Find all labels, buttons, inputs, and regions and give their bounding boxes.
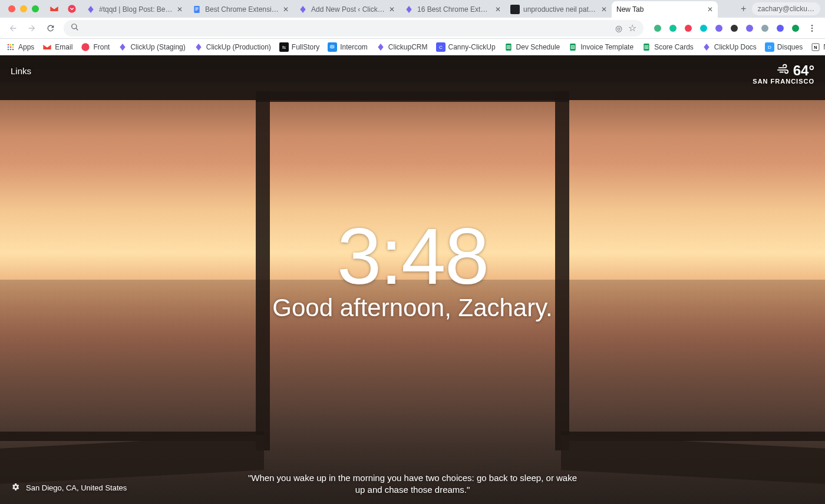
- tab-close-icon[interactable]: ✕: [495, 6, 501, 13]
- bookmark-item[interactable]: fsFullStory: [279, 42, 319, 52]
- svg-point-21: [12, 44, 14, 45]
- tab-favicon: [510, 5, 520, 14]
- tab[interactable]: Best Chrome Extensions for P…✕: [187, 1, 293, 18]
- pinned-tab-pocket[interactable]: [64, 1, 80, 16]
- pinned-tab-gmail[interactable]: [46, 1, 62, 16]
- omnibox[interactable]: ◎ ☆: [64, 20, 644, 37]
- svg-point-7: [669, 25, 676, 32]
- back-button[interactable]: [5, 20, 21, 37]
- svg-point-11: [731, 25, 738, 32]
- extension-icons: [652, 22, 801, 34]
- extension-grammarly[interactable]: [667, 22, 679, 34]
- reload-button[interactable]: [42, 20, 59, 37]
- bookmark-label: Apps: [18, 43, 34, 51]
- tab[interactable]: Add New Post ‹ Clickup Blog – …✕: [293, 1, 400, 18]
- bookmark-item[interactable]: ClickUp Docs: [702, 42, 757, 52]
- svg-rect-3: [195, 9, 198, 9]
- tab-close-icon[interactable]: ✕: [389, 6, 395, 13]
- extension-buffer[interactable]: [728, 22, 740, 34]
- bookmark-icon: [42, 42, 52, 52]
- bookmark-item[interactable]: Email: [42, 42, 72, 52]
- profile-chip[interactable]: zachary@clicku…: [752, 2, 820, 15]
- site-settings-icon[interactable]: ◎: [615, 24, 622, 33]
- bookmark-icon: [504, 42, 513, 52]
- tab-title: New Tab: [616, 5, 704, 14]
- toolbar: ◎ ☆: [0, 18, 825, 39]
- extension-ext-1[interactable]: [652, 22, 664, 34]
- bookmark-item[interactable]: Front: [81, 42, 110, 52]
- bookmark-item[interactable]: Apps: [6, 42, 34, 52]
- tab[interactable]: unproductive neil patrick harri…✕: [506, 1, 612, 18]
- bookmark-icon: C: [436, 42, 446, 52]
- links-button[interactable]: Links: [11, 66, 31, 76]
- bookmark-item[interactable]: ClickUp (Staging): [118, 42, 185, 52]
- bookmark-item[interactable]: ClickupCRM: [376, 42, 428, 52]
- svg-point-8: [685, 25, 692, 32]
- quote[interactable]: "When you wake up in the morning you hav…: [248, 472, 578, 496]
- tab[interactable]: 16 Best Chrome Extensions fo…✕: [400, 1, 506, 18]
- svg-rect-5: [510, 5, 520, 14]
- extension-ext-blue[interactable]: [759, 22, 771, 34]
- svg-point-18: [811, 30, 813, 32]
- settings-icon[interactable]: [11, 482, 20, 493]
- address-input[interactable]: [84, 24, 610, 32]
- bookmark-item[interactable]: CCanny-ClickUp: [436, 42, 496, 52]
- bookmark-label: Canny-ClickUp: [448, 43, 496, 51]
- tab-favicon: [192, 5, 202, 14]
- extension-loom[interactable]: [774, 22, 786, 34]
- extension-ext-purple-1[interactable]: [713, 22, 725, 34]
- tab-close-icon[interactable]: ✕: [177, 6, 183, 13]
- tab-close-icon[interactable]: ✕: [283, 6, 289, 13]
- bookmark-label: ClickupCRM: [388, 43, 428, 51]
- bookmark-item[interactable]: Intercom: [328, 42, 368, 52]
- bookmark-label: ClickUp (Production): [206, 43, 271, 51]
- tab-strip: #tqqd | Blog Post: Best Chrom…✕Best Chro…: [0, 0, 825, 18]
- svg-rect-4: [195, 10, 197, 11]
- tab-close-icon[interactable]: ✕: [707, 6, 713, 13]
- weather-widget[interactable]: 64° SAN FRANCISCO: [753, 62, 814, 85]
- extension-ext-purple-2[interactable]: [744, 22, 755, 34]
- bookmark-item[interactable]: ClickUp (Production): [194, 42, 271, 52]
- bookmark-icon: N: [811, 42, 820, 52]
- center-widget: 3:48 Good afternoon, Zachary.: [272, 216, 553, 322]
- chrome-menu-button[interactable]: [804, 20, 820, 37]
- new-tab-button[interactable]: +: [735, 4, 752, 14]
- search-icon: [71, 23, 79, 33]
- extension-ext-green[interactable]: [790, 22, 801, 34]
- svg-point-10: [715, 25, 722, 32]
- bottom-left-controls: San Diego, CA, United States: [11, 482, 127, 493]
- forward-button[interactable]: [24, 20, 40, 37]
- bookmark-label: Score Cards: [654, 43, 694, 51]
- svg-point-27: [12, 48, 14, 50]
- bookmark-icon: [702, 42, 711, 52]
- bookmarks-bar: AppsEmailFrontClickUp (Staging)ClickUp (…: [0, 39, 825, 55]
- greeting: Good afternoon, Zachary.: [272, 294, 553, 322]
- svg-point-13: [761, 25, 768, 32]
- tab[interactable]: #tqqd | Blog Post: Best Chrom…✕: [81, 1, 187, 18]
- window-maximize-button[interactable]: [32, 5, 39, 12]
- bookmark-item[interactable]: Dev Schedule: [504, 42, 560, 52]
- bookmark-item[interactable]: Invoice Template: [568, 42, 633, 52]
- bookmark-item[interactable]: DDisques: [765, 42, 803, 52]
- bookmark-icon: [642, 42, 651, 52]
- bookmark-icon: [118, 42, 127, 52]
- svg-point-15: [792, 25, 799, 32]
- bookmark-icon: [81, 42, 90, 52]
- weather-icon: [777, 62, 790, 79]
- svg-point-0: [68, 5, 75, 12]
- extension-ext-teal[interactable]: [698, 22, 710, 34]
- tab[interactable]: New Tab✕: [612, 1, 718, 18]
- clock: 3:48: [272, 216, 553, 296]
- bookmark-label: FullStory: [292, 43, 319, 51]
- bookmark-item[interactable]: NNotion: [811, 42, 825, 52]
- bookmark-star-icon[interactable]: ☆: [628, 22, 636, 34]
- tab-close-icon[interactable]: ✕: [601, 6, 607, 13]
- browser-chrome: #tqqd | Blog Post: Best Chrom…✕Best Chro…: [0, 0, 825, 55]
- bookmark-item[interactable]: Score Cards: [642, 42, 694, 52]
- photo-location[interactable]: San Diego, CA, United States: [26, 483, 127, 492]
- bookmark-label: Intercom: [340, 43, 368, 51]
- window-minimize-button[interactable]: [20, 5, 27, 12]
- extension-pocket[interactable]: [682, 22, 694, 34]
- pocket-icon: [67, 4, 77, 14]
- window-close-button[interactable]: [8, 5, 15, 12]
